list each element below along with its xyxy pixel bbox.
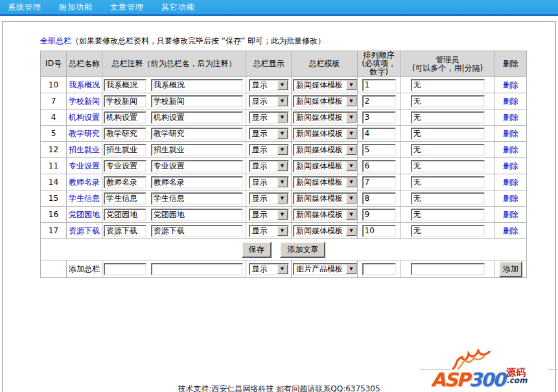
admin-input[interactable] (411, 144, 485, 156)
chevron-down-icon[interactable]: ▼ (346, 210, 356, 220)
chevron-down-icon[interactable]: ▼ (277, 129, 288, 139)
order-input[interactable] (362, 192, 396, 205)
add-button[interactable]: 添加 (499, 261, 522, 277)
add-order-input[interactable] (362, 263, 396, 275)
column-name-link[interactable]: 学校新闻 (69, 97, 100, 106)
column-name-link[interactable]: 党团园地 (69, 210, 100, 219)
order-input[interactable] (362, 144, 396, 156)
add-note-desc-input[interactable] (151, 263, 243, 275)
delete-link[interactable]: 删除 (503, 226, 518, 235)
save-button[interactable]: 保存 (242, 242, 272, 258)
chevron-down-icon[interactable]: ▼ (346, 178, 356, 187)
chevron-down-icon[interactable]: ▼ (277, 145, 288, 155)
chevron-down-icon[interactable]: ▼ (277, 97, 288, 106)
all-columns-link[interactable]: 全部总栏 (40, 36, 71, 45)
chevron-down-icon[interactable]: ▼ (346, 97, 356, 106)
chevron-down-icon[interactable]: ▼ (277, 264, 288, 274)
template-select[interactable]: 新闻媒体模板 ▼ (293, 192, 358, 205)
chevron-down-icon[interactable]: ▼ (277, 226, 288, 236)
note-name-input[interactable] (104, 79, 146, 91)
template-select[interactable]: 新闻媒体模板 ▼ (293, 79, 358, 91)
template-select[interactable]: 新闻媒体模板 ▼ (293, 144, 358, 156)
display-select[interactable]: 显示 ▼ (249, 192, 289, 205)
admin-input[interactable] (411, 192, 485, 205)
display-select[interactable]: 显示 ▼ (249, 79, 289, 91)
display-select[interactable]: 显示 ▼ (249, 160, 289, 172)
order-input[interactable] (362, 79, 396, 91)
display-select[interactable]: 显示 ▼ (249, 144, 289, 156)
column-name-link[interactable]: 学生信息 (69, 194, 100, 203)
chevron-down-icon[interactable]: ▼ (277, 210, 288, 220)
column-name-link[interactable]: 教学研究 (69, 129, 100, 138)
display-select[interactable]: 显示 ▼ (249, 128, 289, 140)
column-name-link[interactable]: 专业设置 (69, 161, 100, 170)
template-select[interactable]: 新闻媒体模板 ▼ (293, 176, 358, 189)
chevron-down-icon[interactable]: ▼ (346, 161, 356, 171)
add-admin-input[interactable] (411, 263, 485, 275)
template-select[interactable]: 新闻媒体模板 ▼ (293, 111, 358, 124)
note-name-input[interactable] (104, 111, 146, 124)
delete-link[interactable]: 删除 (503, 80, 518, 89)
note-name-input[interactable] (104, 95, 146, 108)
delete-link[interactable]: 删除 (503, 129, 518, 138)
note-desc-input[interactable] (151, 160, 243, 172)
chevron-down-icon[interactable]: ▼ (346, 80, 356, 90)
chevron-down-icon[interactable]: ▼ (346, 264, 356, 274)
nav-item-articles[interactable]: 文章管理 (110, 2, 144, 13)
column-name-link[interactable]: 机构设置 (69, 113, 100, 122)
note-name-input[interactable] (104, 225, 146, 237)
admin-input[interactable] (411, 225, 485, 237)
display-select[interactable]: 显示 ▼ (249, 111, 289, 124)
template-select[interactable]: 新闻媒体模板 ▼ (293, 209, 358, 221)
note-desc-input[interactable] (151, 176, 243, 189)
order-input[interactable] (362, 128, 396, 140)
chevron-down-icon[interactable]: ▼ (277, 178, 288, 187)
delete-link[interactable]: 删除 (503, 194, 518, 203)
nav-item-other[interactable]: 其它功能 (161, 2, 195, 13)
template-select[interactable]: 新闻媒体模板 ▼ (293, 95, 358, 108)
display-select[interactable]: 显示 ▼ (249, 225, 289, 237)
display-select[interactable]: 显示 ▼ (249, 176, 289, 189)
order-input[interactable] (362, 95, 396, 108)
admin-input[interactable] (411, 95, 485, 108)
delete-link[interactable]: 删除 (503, 210, 518, 219)
delete-link[interactable]: 删除 (503, 178, 518, 187)
note-desc-input[interactable] (151, 225, 243, 237)
column-name-link[interactable]: 我系概况 (69, 80, 100, 89)
admin-input[interactable] (411, 160, 485, 172)
note-desc-input[interactable] (151, 128, 243, 140)
display-select[interactable]: 显示 ▼ (249, 95, 289, 108)
column-name-link[interactable]: 教师名录 (69, 178, 100, 187)
admin-input[interactable] (411, 209, 485, 221)
order-input[interactable] (362, 160, 396, 172)
note-name-input[interactable] (104, 192, 146, 205)
template-select[interactable]: 新闻媒体模板 ▼ (293, 128, 358, 140)
template-select[interactable]: 新闻媒体模板 ▼ (293, 225, 358, 237)
order-input[interactable] (362, 225, 396, 237)
admin-input[interactable] (411, 79, 485, 91)
admin-input[interactable] (411, 176, 485, 189)
chevron-down-icon[interactable]: ▼ (346, 113, 356, 122)
chevron-down-icon[interactable]: ▼ (277, 161, 288, 171)
admin-input[interactable] (411, 128, 485, 140)
note-desc-input[interactable] (151, 95, 243, 108)
chevron-down-icon[interactable]: ▼ (346, 145, 356, 155)
delete-link[interactable]: 删除 (503, 97, 518, 106)
chevron-down-icon[interactable]: ▼ (346, 194, 356, 203)
note-name-input[interactable] (104, 128, 146, 140)
chevron-down-icon[interactable]: ▼ (277, 194, 288, 203)
template-select[interactable]: 新闻媒体模板 ▼ (293, 160, 358, 172)
display-select[interactable]: 显示 ▼ (249, 209, 289, 221)
admin-input[interactable] (411, 111, 485, 124)
note-name-input[interactable] (104, 176, 146, 189)
note-name-input[interactable] (104, 209, 146, 221)
delete-link[interactable]: 删除 (503, 161, 518, 170)
note-desc-input[interactable] (151, 79, 243, 91)
note-desc-input[interactable] (151, 144, 243, 156)
add-note-name-input[interactable] (104, 263, 146, 275)
chevron-down-icon[interactable]: ▼ (346, 129, 356, 139)
delete-link[interactable]: 删除 (503, 145, 518, 154)
delete-link[interactable]: 删除 (503, 113, 518, 122)
note-desc-input[interactable] (151, 209, 243, 221)
nav-item-system[interactable]: 系统管理 (8, 2, 41, 13)
